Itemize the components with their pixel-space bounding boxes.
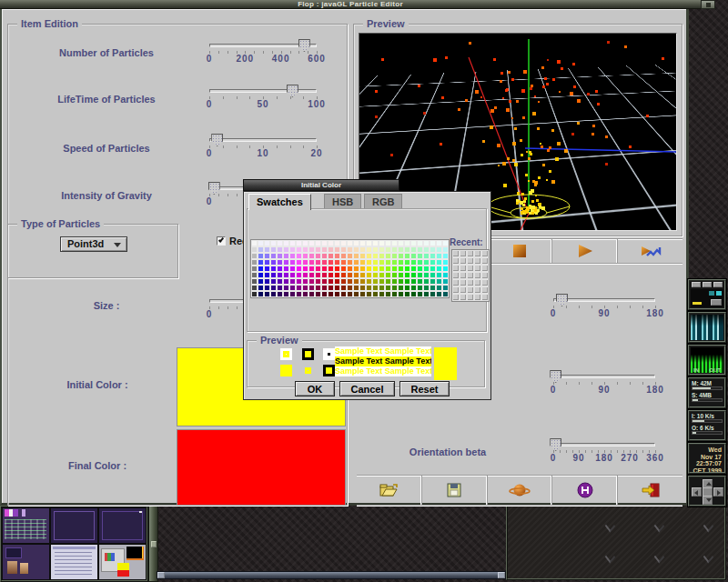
palette-cell[interactable] xyxy=(277,259,283,266)
palette-cell[interactable] xyxy=(328,278,334,285)
palette-cell[interactable] xyxy=(334,246,340,253)
palette-cell[interactable] xyxy=(308,285,315,291)
palette-cell[interactable] xyxy=(436,240,442,246)
slider-thumb[interactable] xyxy=(556,294,568,306)
palette-cell[interactable] xyxy=(289,246,296,253)
palette-cell[interactable] xyxy=(264,272,270,278)
palette-cell[interactable] xyxy=(385,253,391,259)
palette-cell[interactable] xyxy=(296,259,302,266)
palette-cell[interactable] xyxy=(423,253,430,259)
dock-waterfall-applet[interactable] xyxy=(688,312,726,343)
palette-cell[interactable] xyxy=(334,266,340,272)
palette-cell[interactable] xyxy=(417,259,423,266)
recent-color-cell[interactable] xyxy=(481,265,489,272)
palette-cell[interactable] xyxy=(328,240,334,246)
recent-color-cell[interactable] xyxy=(474,279,481,286)
titlebar-menu-button[interactable] xyxy=(701,0,715,9)
recent-color-cell[interactable] xyxy=(467,286,474,294)
palette-cell[interactable] xyxy=(347,278,353,285)
palette-cell[interactable] xyxy=(423,278,430,285)
palette-cell[interactable] xyxy=(398,291,404,297)
palette-cell[interactable] xyxy=(289,253,296,259)
palette-cell[interactable] xyxy=(264,253,270,259)
recent-color-cell[interactable] xyxy=(467,272,474,279)
palette-cell[interactable] xyxy=(398,246,404,253)
palette-cell[interactable] xyxy=(340,246,347,253)
palette-cell[interactable] xyxy=(372,266,379,272)
palette-cell[interactable] xyxy=(404,285,410,291)
palette-cell[interactable] xyxy=(442,253,449,259)
palette-cell[interactable] xyxy=(296,272,302,278)
palette-cell[interactable] xyxy=(328,291,334,297)
palette-cell[interactable] xyxy=(417,272,423,278)
palette-cell[interactable] xyxy=(410,259,417,266)
palette-cell[interactable] xyxy=(442,278,449,285)
palette-cell[interactable] xyxy=(296,253,302,259)
palette-cell[interactable] xyxy=(258,291,264,297)
palette-cell[interactable] xyxy=(417,266,423,272)
palette-cell[interactable] xyxy=(398,278,404,285)
recent-color-cell[interactable] xyxy=(474,257,481,265)
palette-cell[interactable] xyxy=(398,272,404,278)
palette-cell[interactable] xyxy=(328,272,334,278)
palette-cell[interactable] xyxy=(302,259,308,266)
palette-cell[interactable] xyxy=(417,253,423,259)
recent-color-cell[interactable] xyxy=(467,265,474,272)
palette-cell[interactable] xyxy=(283,266,289,272)
recent-color-cell[interactable] xyxy=(460,294,467,301)
recent-color-cell[interactable] xyxy=(452,265,460,272)
palette-cell[interactable] xyxy=(258,240,264,246)
palette-cell[interactable] xyxy=(347,291,353,297)
palette-cell[interactable] xyxy=(321,253,328,259)
palette-cell[interactable] xyxy=(372,291,379,297)
palette-cell[interactable] xyxy=(277,285,283,291)
palette-cell[interactable] xyxy=(398,266,404,272)
palette-cell[interactable] xyxy=(430,291,436,297)
palette-cell[interactable] xyxy=(277,291,283,297)
palette-cell[interactable] xyxy=(270,266,277,272)
speed-slider[interactable]: 01020 xyxy=(209,134,317,161)
number-of-particles-slider[interactable]: 0200400600 xyxy=(209,39,317,66)
palette-cell[interactable] xyxy=(436,259,442,266)
palette-cell[interactable] xyxy=(423,266,430,272)
recent-color-cell[interactable] xyxy=(474,265,481,272)
palette-cell[interactable] xyxy=(283,240,289,246)
dock-pager-arrows-applet[interactable] xyxy=(688,476,726,507)
palette-cell[interactable] xyxy=(315,285,321,291)
recent-color-cell[interactable] xyxy=(460,265,467,272)
palette-cell[interactable] xyxy=(417,246,423,253)
palette-cell[interactable] xyxy=(430,246,436,253)
palette-cell[interactable] xyxy=(264,278,270,285)
palette-cell[interactable] xyxy=(315,291,321,297)
recent-color-cell[interactable] xyxy=(481,286,489,294)
recent-color-cell[interactable] xyxy=(460,286,467,294)
palette-cell[interactable] xyxy=(398,285,404,291)
palette-cell[interactable] xyxy=(308,246,315,253)
palette-cell[interactable] xyxy=(404,278,410,285)
palette-cell[interactable] xyxy=(385,246,391,253)
palette-cell[interactable] xyxy=(264,291,270,297)
recent-color-cell[interactable] xyxy=(481,279,489,286)
palette-cell[interactable] xyxy=(264,240,270,246)
palette-cell[interactable] xyxy=(277,266,283,272)
palette-cell[interactable] xyxy=(302,266,308,272)
palette-cell[interactable] xyxy=(442,285,449,291)
palette-cell[interactable] xyxy=(283,278,289,285)
palette-cell[interactable] xyxy=(251,266,258,272)
palette-cell[interactable] xyxy=(277,272,283,278)
palette-cell[interactable] xyxy=(379,272,385,278)
palette-cell[interactable] xyxy=(270,291,277,297)
palette-cell[interactable] xyxy=(372,278,379,285)
palette-cell[interactable] xyxy=(366,253,372,259)
recent-color-cell[interactable] xyxy=(452,250,460,257)
palette-cell[interactable] xyxy=(296,278,302,285)
palette-cell[interactable] xyxy=(417,285,423,291)
palette-cell[interactable] xyxy=(423,272,430,278)
palette-cell[interactable] xyxy=(321,291,328,297)
palette-cell[interactable] xyxy=(430,253,436,259)
palette-cell[interactable] xyxy=(308,253,315,259)
palette-cell[interactable] xyxy=(315,272,321,278)
palette-cell[interactable] xyxy=(270,240,277,246)
palette-cell[interactable] xyxy=(417,291,423,297)
lifetime-slider[interactable]: 050100 xyxy=(209,85,317,112)
